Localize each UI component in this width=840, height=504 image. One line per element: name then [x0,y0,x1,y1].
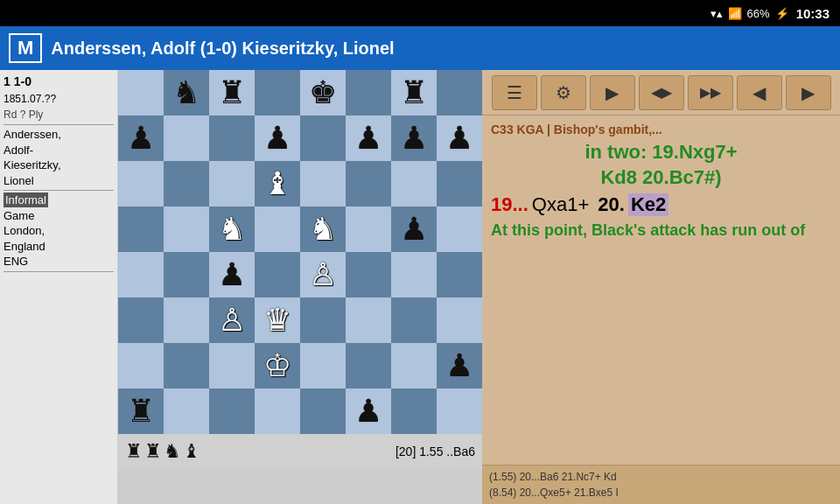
chess-square-0-4[interactable]: ♚ [300,70,346,116]
chess-square-6-3[interactable]: ♔ [255,343,300,388]
event-line-2: Game [4,209,34,222]
chess-square-7-2[interactable] [209,388,255,434]
location-line-2: England [4,240,46,253]
chess-square-0-7[interactable] [437,70,482,116]
back-button[interactable]: ◀ [737,75,782,110]
chess-square-0-6[interactable]: ♜ [391,70,437,116]
chess-square-6-7[interactable]: ♟ [437,343,482,388]
chess-square-1-6[interactable]: ♟ [391,116,437,161]
chess-square-4-6[interactable] [391,252,437,298]
forward-button[interactable]: ▶ [786,75,831,110]
chess-square-1-1[interactable] [164,116,209,161]
chess-square-6-6[interactable] [391,343,437,388]
chess-square-6-0[interactable] [118,343,164,388]
bottom-rook2: ♜ [144,440,162,463]
chess-piece: ♞ [172,74,200,111]
chess-piece: ♜ [127,393,155,430]
chess-square-7-3[interactable] [255,388,300,434]
chess-piece: ♝ [263,165,291,202]
chess-square-1-7[interactable]: ♟ [437,116,482,161]
chess-square-5-0[interactable] [118,298,164,343]
chess-square-1-4[interactable] [300,116,346,161]
chess-square-5-3[interactable]: ♛ [255,298,300,343]
right-toolbar: ☰ ⚙ ▶ ◀▶ ▶▶ ◀ ▶ [482,70,840,116]
black-name-1: Kieseritzky, [4,158,61,172]
chess-board[interactable]: ♞♜♚♜♟♟♟♟♟♝♞♞♟♟♙♙♛♔♟♜♟ [118,70,482,434]
right-panel: ☰ ⚙ ▶ ◀▶ ▶▶ ◀ ▶ C33 KGA | Bishop's gambi… [482,70,840,504]
play-button[interactable]: ▶ [590,75,635,110]
chess-square-4-2[interactable]: ♟ [209,252,255,298]
chess-square-3-5[interactable] [346,206,391,252]
chess-square-3-1[interactable] [164,206,209,252]
fast-forward-button[interactable]: ▶▶ [688,75,733,110]
status-icons: ▾▴ 📶 66% ⚡ [710,7,789,20]
chess-square-5-2[interactable]: ♙ [209,298,255,343]
menu-button[interactable]: ☰ [492,75,537,110]
chess-square-1-2[interactable] [209,116,255,161]
chess-square-4-1[interactable] [164,252,209,298]
settings-button[interactable]: ⚙ [541,75,586,110]
chess-square-3-4[interactable]: ♞ [300,206,346,252]
prev-next-button[interactable]: ◀▶ [639,75,684,110]
chess-square-3-7[interactable] [437,206,482,252]
chess-square-3-2[interactable]: ♞ [209,206,255,252]
chess-square-1-3[interactable]: ♟ [255,116,300,161]
chess-square-6-2[interactable] [209,343,255,388]
battery-charging-icon: ⚡ [775,7,789,20]
chess-piece: ♟ [354,120,382,157]
chess-square-7-7[interactable] [437,388,482,434]
chess-square-4-4[interactable]: ♙ [300,252,346,298]
chess-square-6-5[interactable] [346,343,391,388]
header-bar: M Anderssen, Adolf (1-0) Kieseritzky, Li… [0,26,840,70]
chess-square-7-1[interactable] [164,388,209,434]
divider-2 [4,190,114,191]
chess-square-0-0[interactable] [118,70,164,116]
chess-square-1-5[interactable]: ♟ [346,116,391,161]
clock: 10:33 [796,6,830,21]
chess-square-0-2[interactable]: ♜ [209,70,255,116]
chess-square-5-6[interactable] [391,298,437,343]
chess-square-2-7[interactable] [437,161,482,206]
chess-square-7-6[interactable] [391,388,437,434]
opening-label: C33 KGA | Bishop's gambit,... [491,122,831,136]
chess-square-6-1[interactable] [164,343,209,388]
right-analysis: C33 KGA | Bishop's gambit,... in two: 19… [482,116,840,465]
chess-piece: ♟ [400,120,428,157]
chess-square-5-1[interactable] [164,298,209,343]
chess-square-2-3[interactable]: ♝ [255,161,300,206]
chess-square-5-4[interactable] [300,298,346,343]
move-number-red: 19... [491,193,528,216]
chess-piece: ♚ [309,74,337,111]
chess-square-4-7[interactable] [437,252,482,298]
chess-square-1-0[interactable]: ♟ [118,116,164,161]
chess-square-2-1[interactable] [164,161,209,206]
chess-square-0-5[interactable] [346,70,391,116]
chess-square-6-4[interactable] [300,343,346,388]
chess-square-2-0[interactable] [118,161,164,206]
chess-square-7-4[interactable] [300,388,346,434]
chess-piece: ♔ [263,347,291,384]
chess-square-2-4[interactable] [300,161,346,206]
chess-square-2-5[interactable] [346,161,391,206]
divider-3 [4,271,114,272]
chess-square-0-3[interactable] [255,70,300,116]
chess-square-2-6[interactable] [391,161,437,206]
mate-line-2: Kd8 20.Bc7#) [600,166,721,188]
chess-square-4-5[interactable] [346,252,391,298]
chess-square-5-5[interactable] [346,298,391,343]
chess-square-0-1[interactable]: ♞ [164,70,209,116]
chess-square-4-3[interactable] [255,252,300,298]
chess-square-4-0[interactable] [118,252,164,298]
chess-piece: ♜ [400,74,428,111]
chess-square-5-7[interactable] [437,298,482,343]
chess-square-7-5[interactable]: ♟ [346,388,391,434]
chess-square-3-0[interactable] [118,206,164,252]
chess-piece: ♙ [309,256,337,293]
main-content: 1 1-0 1851.07.?? Rd ? Ply Anderssen, Ado… [0,70,840,504]
header-prefix[interactable]: M [9,33,42,63]
mate-line: in two: 19.Nxg7+ Kd8 20.Bc7#) [491,140,831,190]
chess-square-7-0[interactable]: ♜ [118,388,164,434]
chess-square-3-6[interactable]: ♟ [391,206,437,252]
chess-square-3-3[interactable] [255,206,300,252]
chess-square-2-2[interactable] [209,161,255,206]
